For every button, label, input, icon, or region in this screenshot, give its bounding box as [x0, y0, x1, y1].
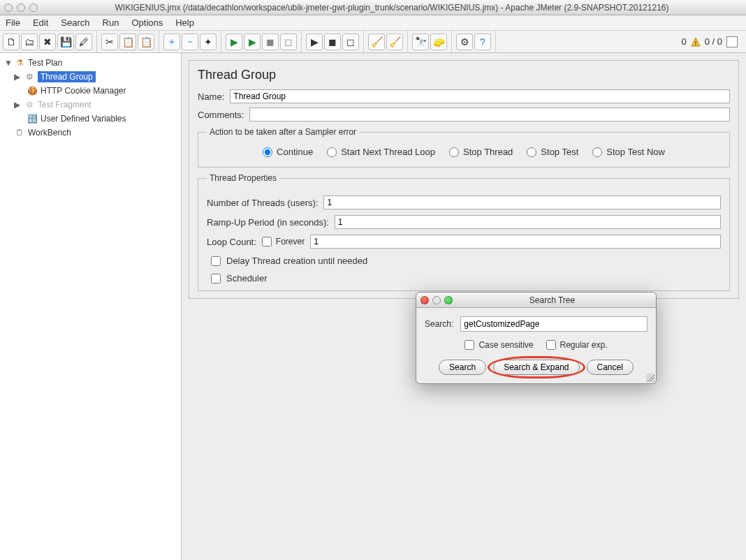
search-tree-dialog[interactable]: Search Tree Search: Case sensitive Regul…: [416, 292, 657, 384]
radio-stop-thread[interactable]: Stop Thread: [449, 147, 513, 157]
dialog-traffic-lights: [420, 296, 453, 304]
dialog-minimize-icon: [432, 296, 441, 304]
delay-thread-checkbox[interactable]: [211, 256, 221, 266]
menu-edit[interactable]: Edit: [33, 17, 48, 28]
new-icon[interactable]: 🗋: [3, 34, 20, 50]
forever-checkbox[interactable]: Forever: [262, 237, 305, 246]
collapse-icon[interactable]: －: [182, 34, 198, 50]
radio-stop-test-input[interactable]: [527, 147, 536, 157]
help-icon[interactable]: ?: [474, 34, 491, 50]
num-threads-label: Number of Threads (users):: [207, 198, 318, 208]
open-icon[interactable]: 🗂: [21, 34, 38, 50]
start-icon[interactable]: ▶: [226, 34, 242, 50]
dialog-close-icon[interactable]: [420, 296, 429, 304]
save-as-icon[interactable]: 🖉: [75, 34, 92, 50]
disclosure-triangle-icon[interactable]: ▶: [14, 72, 21, 82]
tree-user-defined-variables[interactable]: 🔣 User Defined Variables: [1, 112, 180, 126]
radio-continue-input[interactable]: [263, 147, 272, 157]
cancel-button[interactable]: Cancel: [587, 360, 634, 375]
cut-icon[interactable]: ✂: [101, 34, 118, 50]
thread-properties-fieldset: Thread Properties Number of Threads (use…: [198, 173, 730, 291]
dialog-titlebar[interactable]: Search Tree: [416, 293, 656, 308]
expand-icon[interactable]: ＋: [163, 34, 180, 50]
tree-label: HTTP Cookie Manager: [41, 86, 126, 96]
forever-checkbox-input[interactable]: [262, 237, 272, 246]
menu-options[interactable]: Options: [131, 17, 163, 28]
warning-icon[interactable]: !: [691, 37, 701, 47]
resize-handle-icon[interactable]: [646, 374, 654, 382]
name-label: Name:: [198, 91, 224, 102]
clear-all-icon[interactable]: 🧹: [386, 34, 403, 50]
shutdown-icon[interactable]: ◻: [280, 34, 297, 50]
search-label: Search:: [425, 319, 453, 329]
comments-field[interactable]: [249, 108, 730, 121]
radio-continue[interactable]: Continue: [263, 147, 313, 157]
copy-icon[interactable]: 📋: [119, 34, 136, 50]
sampler-error-legend: Action to be taken after a Sampler error: [207, 127, 359, 137]
tree-label: Test Plan: [28, 58, 62, 68]
function-helper-icon[interactable]: ⚙: [456, 34, 473, 50]
start-no-timer-icon[interactable]: ▶: [244, 34, 261, 50]
delay-thread-label: Delay Thread creation until needed: [226, 256, 367, 266]
menu-bar: File Edit Search Run Options Help: [0, 15, 746, 31]
dialog-zoom-icon[interactable]: [444, 296, 453, 304]
menu-run[interactable]: Run: [103, 17, 119, 28]
stop-icon[interactable]: ◼: [262, 34, 279, 50]
tree-label: WorkBench: [28, 128, 71, 138]
case-sensitive-checkbox[interactable]: Case sensitive: [465, 340, 533, 350]
status-box-icon: [726, 36, 738, 47]
remote-start-icon[interactable]: ▶: [306, 34, 323, 50]
dialog-title: Search Tree: [453, 295, 652, 305]
error-count: 0: [681, 36, 686, 47]
radio-stop-test-now[interactable]: Stop Test Now: [592, 147, 665, 157]
ramp-up-field[interactable]: [335, 215, 721, 229]
regex-checkbox[interactable]: Regular exp.: [546, 340, 608, 350]
search-button[interactable]: Search: [439, 360, 486, 375]
tree-thread-group[interactable]: ▶ ⚙ Thread Group: [1, 70, 180, 84]
paste-icon[interactable]: 📋: [138, 34, 154, 50]
menu-file[interactable]: File: [6, 17, 20, 28]
tree-cookie-manager[interactable]: 🍪 HTTP Cookie Manager: [1, 84, 180, 98]
remote-stop-icon[interactable]: ◼: [324, 34, 341, 50]
test-plan-tree[interactable]: ▼ ⚗ Test Plan ▶ ⚙ Thread Group 🍪 HTTP Co…: [0, 53, 182, 560]
tree-test-plan[interactable]: ▼ ⚗ Test Plan: [1, 56, 180, 70]
window-title: WIKIGENIUS.jmx (/data/decathlon/workspac…: [42, 3, 742, 13]
scheduler-label: Scheduler: [226, 273, 268, 283]
name-field[interactable]: [230, 89, 730, 103]
reset-search-icon[interactable]: 🧽: [430, 34, 447, 50]
remote-shutdown-icon[interactable]: ◻: [342, 34, 359, 50]
search-expand-button[interactable]: Search & Expand: [493, 360, 579, 375]
sampler-error-fieldset: Action to be taken after a Sampler error…: [198, 127, 730, 168]
ramp-up-label: Ramp-Up Period (in seconds):: [207, 217, 329, 228]
tree-label: Thread Group: [38, 71, 96, 82]
loop-count-field[interactable]: [310, 235, 721, 249]
cookie-icon: 🍪: [27, 85, 38, 96]
thread-count: 0 / 0: [705, 36, 722, 47]
scheduler-checkbox[interactable]: [211, 274, 221, 283]
close-window-icon[interactable]: [4, 3, 13, 12]
search-icon[interactable]: 🔭: [412, 34, 429, 50]
radio-stop-now-input[interactable]: [592, 147, 602, 157]
close-icon[interactable]: ✖: [39, 34, 56, 50]
regex-input[interactable]: [546, 340, 556, 350]
case-sensitive-input[interactable]: [465, 340, 474, 350]
menu-search[interactable]: Search: [61, 17, 89, 28]
disclosure-triangle-icon[interactable]: ▶: [14, 100, 21, 110]
thread-properties-legend: Thread Properties: [207, 173, 279, 183]
radio-stop-test[interactable]: Stop Test: [527, 147, 578, 157]
disclosure-triangle-icon[interactable]: ▼: [4, 58, 11, 68]
save-icon[interactable]: 💾: [57, 34, 74, 50]
tree-test-fragment[interactable]: ▶ ⚙ Test Fragment: [1, 98, 180, 112]
clear-icon[interactable]: 🧹: [368, 34, 385, 50]
radio-start-next-loop[interactable]: Start Next Thread Loop: [327, 147, 435, 157]
toggle-icon[interactable]: ✦: [200, 34, 217, 50]
radio-stop-thread-input[interactable]: [449, 147, 459, 157]
radio-next-loop-input[interactable]: [327, 147, 337, 157]
search-field[interactable]: [460, 316, 648, 332]
minimize-window-icon[interactable]: [17, 3, 25, 12]
zoom-window-icon[interactable]: [29, 3, 38, 12]
num-threads-field[interactable]: [323, 196, 721, 209]
menu-help[interactable]: Help: [175, 17, 194, 28]
tree-workbench[interactable]: 🗒 WorkBench: [1, 126, 180, 140]
panel-heading: Thread Group: [198, 68, 730, 82]
